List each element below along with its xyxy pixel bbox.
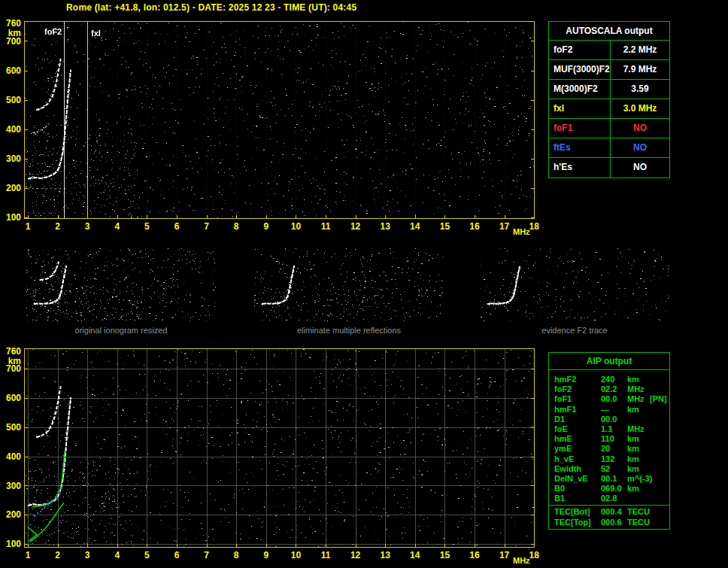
x-tick-label: 1 [20, 221, 35, 232]
autoscala-row-label: M(3000)F2 [549, 80, 611, 99]
aip-unit: km [627, 434, 650, 444]
top-ionogram-canvas [25, 22, 534, 218]
aip-label: foF2 [554, 384, 601, 394]
aip-row: hmF2240km [549, 375, 669, 384]
aip-row: foE1.1MHz [549, 424, 669, 434]
x-tick-label: 5 [139, 221, 154, 232]
aip-unit: km [627, 444, 650, 454]
thumbnail-original-canvas [26, 248, 216, 321]
autoscala-row-value: NO [611, 119, 669, 138]
aip-note [650, 375, 669, 384]
autoscala-row: MUF(3000)F27.9 MHz [549, 60, 669, 80]
aip-tec-unit: TECU [627, 518, 650, 528]
aip-value: 132 [601, 454, 627, 464]
aip-tec-rows: TEC[Bot]000.4TECUTEC[Top]000.6TECU [549, 506, 669, 529]
autoscala-rows: foF22.2 MHzMUF(3000)F27.9 MHzM(3000)F23.… [549, 41, 669, 178]
mhz-unit-label: MHz [513, 227, 530, 236]
x-tick-label: 14 [408, 550, 423, 560]
autoscala-output-table: AUTOSCALA output foF22.2 MHzMUF(3000)F27… [548, 21, 670, 178]
aip-rows: hmF2240kmfoF202.2MHzfoF100.0MHz[PN]hmF1-… [549, 370, 669, 506]
aip-unit: km [627, 375, 650, 384]
x-tick-label: 11 [318, 221, 333, 232]
x-tick-label: 1 [20, 550, 35, 560]
autoscala-row-value: 2.2 MHz [611, 41, 669, 59]
x-tick-label: 16 [467, 550, 482, 560]
x-tick-label: 14 [408, 221, 423, 232]
y-tick-label: 200 [0, 183, 21, 193]
aip-label: D1 [554, 415, 601, 424]
aip-note [650, 384, 669, 394]
x-tick-label: 3 [80, 221, 95, 232]
x-tick-label: 10 [288, 550, 303, 560]
aip-value: 240 [601, 375, 627, 384]
aip-unit: MHz [627, 424, 650, 434]
aip-value: 00.0 [601, 415, 627, 424]
aip-note [650, 424, 669, 434]
aip-note [650, 494, 669, 503]
aip-row: hmE110km [549, 434, 669, 444]
y-tick-label: 200 [0, 509, 21, 520]
aip-unit [627, 494, 650, 503]
aip-row: foF202.2MHz [549, 384, 669, 394]
aip-label: B1 [554, 494, 601, 503]
x-tick-label: 2 [50, 550, 65, 560]
autoscala-row-value: NO [611, 138, 669, 157]
aip-note [650, 454, 669, 464]
aip-label: foE [554, 424, 601, 434]
x-tick-label: 6 [169, 221, 184, 232]
mhz-unit-label: MHz [513, 556, 530, 565]
autoscala-row: fxI3.0 MHz [549, 99, 669, 119]
aip-output-panel: AIP output hmF2240kmfoF202.2MHzfoF100.0M… [548, 352, 670, 530]
aip-unit: km [627, 464, 650, 474]
x-tick-label: 15 [437, 550, 452, 560]
aip-label: hmE [554, 434, 601, 444]
aip-tec-label: TEC[Bot] [554, 507, 601, 518]
y-tick-label: 300 [0, 481, 21, 491]
autoscala-row: M(3000)F23.59 [549, 80, 669, 99]
aip-unit [627, 415, 650, 424]
autoscala-row-label: fxI [549, 99, 611, 118]
thumbnail-caption: original ionogram resized [26, 326, 216, 335]
aip-value: 02.2 [601, 384, 627, 394]
autoscala-row-value: 7.9 MHz [611, 60, 669, 79]
aip-unit: MHz [627, 394, 650, 404]
x-tick-label: 16 [467, 221, 482, 232]
y-tick-label: 500 [0, 422, 21, 433]
aip-tec-row: TEC[Bot]000.4TECU [549, 507, 669, 518]
autoscala-row-value: 3.0 MHz [611, 99, 669, 118]
x-tick-label: 8 [229, 550, 244, 560]
autoscala-row-value: 3.59 [611, 80, 669, 99]
y-tick-label: 600 [0, 393, 21, 403]
aip-value: 20 [601, 444, 627, 454]
aip-tec-value: 000.6 [601, 518, 627, 528]
aip-note [650, 405, 669, 415]
aip-tec-unit: TECU [627, 507, 650, 518]
aip-label: DelN_vE [554, 474, 601, 484]
fxi-marker-label: fxI [91, 29, 101, 38]
top-ionogram-panel [24, 21, 535, 219]
aip-row: D100.0 [549, 415, 669, 424]
aip-note [650, 434, 669, 444]
autoscala-row: foF1NO [549, 119, 669, 138]
aip-note [650, 474, 669, 484]
aip-tec-row: TEC[Top]000.6TECU [549, 518, 669, 528]
autoscala-row: h'EsNO [549, 158, 669, 178]
y-tick-label: 760 [0, 18, 21, 29]
x-tick-label: 4 [110, 550, 125, 560]
aip-value: --- [601, 405, 627, 415]
aip-value: 110 [601, 434, 627, 444]
thumbnail-caption: eliminate multiple reflections [254, 326, 444, 335]
aip-value: 00.0 [601, 394, 627, 404]
y-tick-label: 500 [0, 95, 21, 105]
x-tick-label: 17 [497, 550, 512, 560]
x-tick-label: 9 [259, 221, 274, 232]
x-tick-label: 5 [139, 550, 154, 560]
bottom-ionogram-canvas [25, 349, 534, 547]
x-tick-label: 9 [259, 550, 274, 560]
x-tick-label: 12 [348, 221, 363, 232]
aip-note [650, 484, 669, 494]
autoscala-row: ftEsNO [549, 138, 669, 158]
aip-unit: km [627, 405, 650, 415]
y-tick-label: 400 [0, 124, 21, 135]
x-tick-label: 7 [199, 550, 214, 560]
